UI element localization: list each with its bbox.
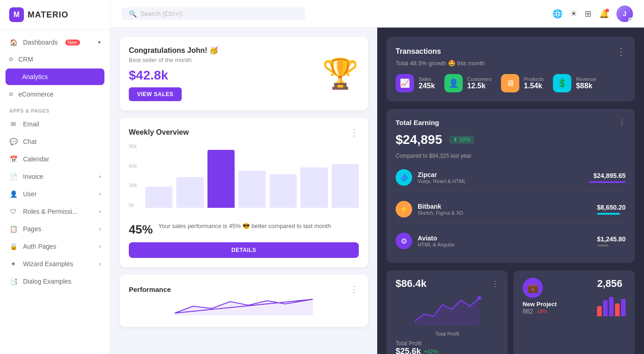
transactions-card: Transactions ⋮ Total 48.5% growth 🤩 this… xyxy=(386,37,635,102)
metric-label: Customers xyxy=(467,76,492,82)
home-icon: 🏠 xyxy=(9,38,17,46)
aviato-icon: ⚙ xyxy=(396,233,412,249)
transactions-menu-icon[interactable]: ⋮ xyxy=(616,46,626,57)
view-sales-button[interactable]: VIEW SALES xyxy=(129,87,182,101)
app-name: MATERIO xyxy=(28,10,69,20)
bitbank-amount: $8,650.20 xyxy=(597,204,626,215)
metric-customers: 👤 Customers 12.5k xyxy=(444,74,492,92)
circle-icon xyxy=(13,75,17,79)
mini-bar-item xyxy=(603,300,608,316)
chevron-down-icon: ▾ xyxy=(98,39,101,46)
sidebar-item-label: Pages xyxy=(23,225,41,233)
sidebar-item-invoice[interactable]: 📄 Invoice › xyxy=(0,168,110,185)
zipcar-amount: $24,895.65 xyxy=(589,172,626,183)
bitbank-sub: Sketch, Figma & XD xyxy=(418,210,463,216)
sales-metric-icon: 📈 xyxy=(396,74,414,92)
overview-footer: 45% Your sales performance is 45% 😎 bett… xyxy=(129,223,359,237)
invoice-icon: 📄 xyxy=(9,172,17,181)
sidebar-item-user[interactable]: 👤 User › xyxy=(0,185,110,203)
total-earning-header: Total Earning ⋮ xyxy=(396,118,626,127)
sidebar-item-wizard[interactable]: ✦ Wizard Examples › xyxy=(0,255,110,273)
notification-icon[interactable]: 🔔 xyxy=(599,9,609,19)
circle-icon xyxy=(9,57,13,61)
mini-bar-item xyxy=(597,306,602,316)
chevron-right-icon: › xyxy=(99,191,101,197)
sidebar-item-roles[interactable]: 🛡 Roles & Permissi... › xyxy=(0,203,110,220)
pages-icon: 📋 xyxy=(9,225,17,233)
app-logo[interactable]: M MATERIO xyxy=(0,0,110,30)
new-project-count: 862 xyxy=(523,308,533,315)
congrats-amount: $42.8k xyxy=(129,68,218,83)
aviato-progress xyxy=(597,245,609,246)
aviato-amount: $1,245.80 xyxy=(597,235,626,246)
theme-icon[interactable]: ☀ xyxy=(570,9,577,19)
chevron-right-icon: › xyxy=(99,226,101,232)
new-project-right: 2,856 xyxy=(597,278,626,316)
metric-value: 245k xyxy=(419,82,435,90)
chevron-right-icon: › xyxy=(99,261,101,267)
profit-menu-icon[interactable]: ⋮ xyxy=(491,280,499,288)
dialog-icon: 📑 xyxy=(9,277,17,285)
sidebar-navigation: 🏠 Dashboards New ▾ CRM Analytics eCommer… xyxy=(0,30,110,354)
metric-label: Sales xyxy=(419,76,435,82)
sidebar-item-pages[interactable]: 📋 Pages › xyxy=(0,220,110,238)
sidebar-item-label: Email xyxy=(23,120,39,128)
profit-type-label: Total Profit xyxy=(396,340,499,347)
shield-icon: 🛡 xyxy=(9,207,17,216)
sidebar-item-analytics[interactable]: Analytics xyxy=(6,69,104,85)
details-button[interactable]: DETAILS xyxy=(129,242,359,258)
total-earning-title: Total Earning xyxy=(396,119,439,126)
sidebar-item-label: CRM xyxy=(18,56,33,63)
sidebar-item-label: Wizard Examples xyxy=(23,260,73,268)
bar-item xyxy=(176,177,203,208)
bars-container xyxy=(145,143,359,208)
new-project-badge: -18% xyxy=(535,308,547,314)
sidebar-item-ecommerce[interactable]: eCommerce xyxy=(0,86,110,103)
mini-bar-chart xyxy=(597,293,626,316)
total-earning-compare: Compared to $84,325 last year xyxy=(396,153,626,159)
sidebar-item-label: Auth Pages xyxy=(23,243,56,250)
sidebar-item-auth[interactable]: 🔒 Auth Pages › xyxy=(0,238,110,255)
total-profit-card: $86.4k ⋮ Total Profit Total Profit $25.6… xyxy=(386,270,508,354)
grid-icon[interactable]: ⊞ xyxy=(585,9,592,19)
bar-item xyxy=(270,174,297,208)
translate-icon[interactable]: 🌐 xyxy=(552,9,563,19)
mini-bar-item xyxy=(621,299,626,316)
mini-bar-item xyxy=(609,297,614,316)
search-bar[interactable]: 🔍 Search (Ctrl+/) xyxy=(121,7,305,20)
total-earning-menu-icon[interactable]: ⋮ xyxy=(618,118,626,127)
avatar[interactable]: J xyxy=(616,6,633,22)
sidebar-item-calendar[interactable]: 📅 Calendar xyxy=(0,150,110,168)
chat-icon: 💬 xyxy=(9,137,17,146)
performance-chart-placeholder xyxy=(129,295,359,318)
sidebar-item-label: eCommerce xyxy=(18,91,53,98)
performance-text: Your sales performance is 45% 😎 better c… xyxy=(158,223,331,229)
earning-item-bitbank: ⚡ Bitbank Sketch, Figma & XD $8,650.20 xyxy=(396,196,626,223)
mini-bar-item xyxy=(615,303,620,316)
lock-icon: 🔒 xyxy=(9,242,17,251)
logo-icon: M xyxy=(9,7,24,22)
bar-item xyxy=(332,164,359,208)
total-earning-growth: ⬆ 10% xyxy=(449,136,474,144)
aviato-name: Aviato xyxy=(418,234,454,242)
weekly-overview-card: Weekly Overview ⋮ 90k 60k 30k 0k xyxy=(120,118,368,267)
performance-percentage: 45% xyxy=(129,223,153,237)
sidebar-item-crm[interactable]: CRM xyxy=(0,51,110,68)
header: 🔍 Search (Ctrl+/) 🌐 ☀ ⊞ 🔔 J xyxy=(110,0,644,28)
sidebar-item-chat[interactable]: 💬 Chat xyxy=(0,133,110,150)
performance-menu-icon[interactable]: ⋮ xyxy=(350,284,359,295)
circle-icon xyxy=(9,92,13,96)
sidebar-item-label: User xyxy=(23,190,37,198)
sidebar-item-dialog[interactable]: 📑 Dialog Examples xyxy=(0,273,110,290)
transactions-metrics: 📈 Sales 245k 👤 Customers 12.5k xyxy=(396,74,626,92)
transactions-title: Transactions xyxy=(396,47,441,56)
right-panel: Transactions ⋮ Total 48.5% growth 🤩 this… xyxy=(377,28,644,354)
profit-amount: $25.6k xyxy=(396,347,421,354)
sidebar-item-dashboards[interactable]: 🏠 Dashboards New ▾ xyxy=(0,34,110,51)
new-project-right-count: 2,856 xyxy=(597,278,626,290)
new-project-left: 💼 New Project 862 -18% xyxy=(523,278,557,315)
weekly-menu-icon[interactable]: ⋮ xyxy=(350,127,359,138)
sidebar-item-email[interactable]: ✉ Email xyxy=(0,115,110,133)
congrats-content: Congratulations John! 🥳 Best seller of t… xyxy=(129,46,218,101)
user-icon: 👤 xyxy=(9,190,17,198)
